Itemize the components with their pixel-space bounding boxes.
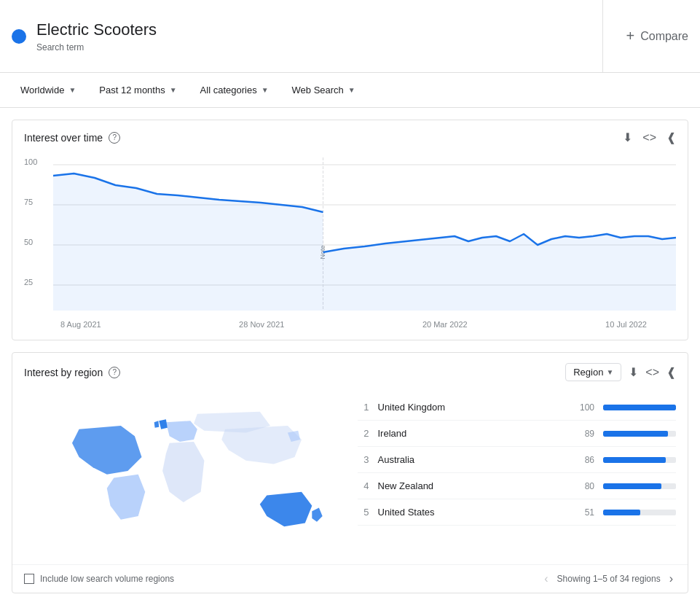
chart-svg: Note [53,157,676,318]
chevron-down-icon: ▼ [170,86,177,94]
search-term-text: Electric Scooters Search term [36,20,157,52]
filter-category[interactable]: All categories ▼ [192,80,278,100]
x-label-nov: 28 Nov 2021 [239,320,284,329]
section-title-text-time: Interest over time [24,132,103,144]
low-volume-toggle[interactable]: Include low search volume regions [24,574,174,584]
x-axis-labels: 8 Aug 2021 28 Nov 2021 20 Mar 2022 10 Ju… [24,320,676,329]
interest-by-region-section: Interest by region ? Region ▼ ⬇ <> ❰ [12,352,688,593]
region-row: 5 United States 51 [358,499,677,526]
y-label-25: 25 [24,278,37,286]
svg-marker-7 [323,234,677,311]
filter-geo[interactable]: Worldwide ▼ [12,80,84,100]
svg-marker-6 [53,174,323,311]
region-content: 1 United Kingdom 100 2 Ireland 89 3 Aust… [12,387,688,564]
section-title-region: Interest by region ? [24,367,120,378]
region-bar-container [603,510,676,515]
filter-time-label: Past 12 months [99,85,165,95]
pagination-text: Showing 1–5 of 34 regions [557,574,661,584]
region-bar [603,405,676,410]
region-name: Australia [378,454,565,465]
interest-over-time-section: Interest over time ? ⬇ <> ❰ 100 75 50 25 [12,120,688,340]
share-icon-region[interactable]: ❰ [666,365,676,379]
region-rank: 5 [358,507,369,518]
chevron-down-icon: ▼ [606,368,613,376]
chart-container: 100 75 50 25 Note [12,150,688,340]
region-value: 89 [573,429,594,439]
filter-geo-label: Worldwide [20,85,64,95]
low-volume-checkbox[interactable] [24,574,34,584]
section-title-time: Interest over time ? [24,132,120,144]
region-value: 100 [573,402,594,413]
region-dropdown-label: Region [573,367,603,378]
region-dropdown[interactable]: Region ▼ [565,363,621,381]
pagination-next[interactable]: › [666,572,676,585]
filter-type-label: Web Search [292,85,344,95]
region-name: New Zealand [378,480,565,491]
region-bar [603,483,661,489]
download-icon[interactable]: ⬇ [623,130,632,144]
region-bar-container [603,483,676,489]
region-header-actions: Region ▼ ⬇ <> ❰ [565,363,676,381]
compare-label: Compare [640,30,688,43]
chevron-down-icon: ▼ [68,86,76,94]
section-actions-time: ⬇ <> ❰ [623,130,676,144]
x-label-mar: 20 Mar 2022 [422,320,468,329]
region-value: 51 [573,507,594,518]
chevron-down-icon: ▼ [348,86,355,94]
region-bar [603,431,668,437]
region-row: 3 Australia 86 [358,447,677,473]
section-header-region: Interest by region ? Region ▼ ⬇ <> ❰ [12,353,688,387]
x-label-jul: 10 Jul 2022 [605,320,647,329]
help-icon-time[interactable]: ? [109,132,120,144]
search-term-title: Electric Scooters [36,20,157,39]
chevron-down-icon: ▼ [261,86,269,94]
pagination: ‹ Showing 1–5 of 34 regions › [541,572,676,585]
search-term-block: Electric Scooters Search term [12,0,603,72]
y-label-100: 100 [24,157,37,166]
low-volume-label: Include low search volume regions [40,574,174,584]
help-icon-region[interactable]: ? [109,367,120,378]
search-term-subtitle: Search term [36,42,157,52]
x-label-aug: 8 Aug 2021 [60,320,101,329]
section-header-time: Interest over time ? ⬇ <> ❰ [12,120,688,150]
download-icon-region[interactable]: ⬇ [629,365,638,379]
section-title-text-region: Interest by region [24,367,103,378]
y-label-50: 50 [24,238,37,246]
share-icon[interactable]: ❰ [666,130,676,144]
region-rank: 2 [358,428,369,439]
filter-type[interactable]: Web Search ▼ [283,80,364,100]
pagination-prev[interactable]: ‹ [541,572,551,585]
region-bar-container [603,457,676,463]
region-row: 1 United Kingdom 100 [358,394,677,421]
embed-icon[interactable]: <> [642,131,656,144]
filter-category-label: All categories [200,85,257,95]
region-row: 4 New Zealand 80 [358,473,677,499]
embed-icon-region[interactable]: <> [645,366,659,379]
filters-bar: Worldwide ▼ Past 12 months ▼ All categor… [0,73,700,108]
section-footer-region: Include low search volume regions ‹ Show… [12,564,688,593]
filter-time[interactable]: Past 12 months ▼ [90,80,185,100]
region-name: Ireland [378,428,565,439]
region-value: 80 [573,481,594,491]
region-rank: 4 [358,480,369,491]
region-bar-container [603,431,676,437]
blue-dot-icon [12,29,26,44]
region-bar-container [603,405,676,410]
y-label-75: 75 [24,198,37,206]
region-list: 1 United Kingdom 100 2 Ireland 89 3 Aust… [358,394,677,550]
region-rank: 1 [358,402,369,413]
header: Electric Scooters Search term + Compare [0,0,700,73]
world-map [24,394,343,550]
region-row: 2 Ireland 89 [358,421,677,447]
region-name: United States [378,507,565,518]
region-rank: 3 [358,454,369,465]
map-svg [24,394,343,547]
compare-plus-icon: + [626,28,635,44]
region-name: United Kingdom [378,402,565,413]
region-bar [603,457,666,463]
region-value: 86 [573,455,594,465]
compare-block[interactable]: + Compare [603,28,689,44]
y-axis-labels: 100 75 50 25 [24,157,37,318]
region-bar [603,510,640,515]
